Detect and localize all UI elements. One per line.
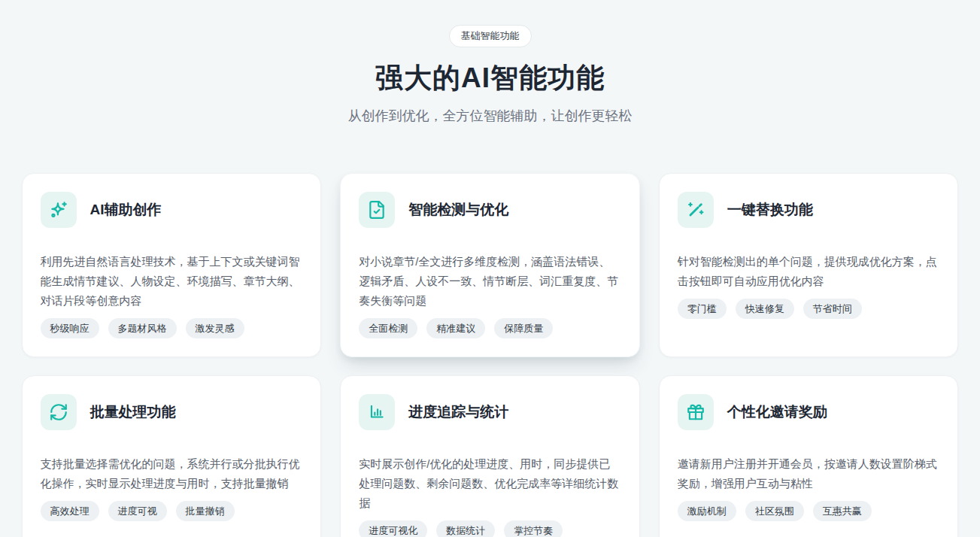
feature-tag: 全面检测 bbox=[359, 318, 417, 338]
feature-tag: 进度可视 bbox=[108, 501, 167, 521]
card-title: 个性化邀请奖励 bbox=[727, 402, 827, 422]
feature-tag: 数据统计 bbox=[436, 520, 495, 537]
features-section: 基础智能功能 强大的AI智能功能 从创作到优化，全方位智能辅助，让创作更轻松 A… bbox=[0, 0, 980, 537]
card-description: 邀请新用户注册并开通会员，按邀请人数设置阶梯式奖励，增强用户互动与粘性 bbox=[678, 454, 940, 493]
card-title: AI辅助创作 bbox=[90, 200, 162, 220]
feature-tag: 节省时间 bbox=[803, 299, 862, 319]
feature-card-progress-tracking[interactable]: 进度追踪与统计 实时展示创作/优化的处理进度、用时，同步提供已处理问题数、剩余问… bbox=[340, 375, 640, 537]
section-badge: 基础智能功能 bbox=[449, 25, 532, 47]
card-tags: 全面检测 精准建议 保障质量 bbox=[359, 318, 621, 338]
card-tags: 零门槛 快速修复 节省时间 bbox=[678, 299, 940, 319]
card-tags: 激励机制 社区氛围 互惠共赢 bbox=[678, 501, 940, 521]
feature-tag: 多题材风格 bbox=[108, 318, 177, 338]
card-title: 智能检测与优化 bbox=[408, 200, 508, 220]
gift-icon bbox=[678, 394, 714, 430]
feature-tag: 精准建议 bbox=[426, 318, 485, 338]
feature-tag: 激发灵感 bbox=[186, 318, 244, 338]
card-description: 针对智能检测出的单个问题，提供现成优化方案，点击按钮即可自动应用优化内容 bbox=[678, 252, 940, 291]
card-title: 批量处理功能 bbox=[90, 402, 176, 422]
card-title: 一键替换功能 bbox=[727, 200, 813, 220]
card-title: 进度追踪与统计 bbox=[408, 402, 508, 422]
feature-tag: 进度可视化 bbox=[359, 520, 427, 537]
bar-chart-icon bbox=[359, 394, 395, 430]
card-description: 利用先进自然语言处理技术，基于上下文或关键词智能生成情节建议、人物设定、环境描写… bbox=[41, 252, 303, 311]
feature-tag: 掌控节奏 bbox=[504, 520, 563, 537]
card-header: 进度追踪与统计 bbox=[359, 394, 621, 430]
card-header: 批量处理功能 bbox=[41, 394, 303, 430]
feature-tag: 秒级响应 bbox=[41, 318, 99, 338]
feature-tag: 激励机制 bbox=[678, 501, 736, 521]
card-tags: 秒级响应 多题材风格 激发灵感 bbox=[41, 318, 303, 338]
card-description: 支持批量选择需优化的问题，系统并行或分批执行优化操作，实时显示处理进度与用时，支… bbox=[41, 454, 303, 493]
feature-card-one-click-replace[interactable]: 一键替换功能 针对智能检测出的单个问题，提供现成优化方案，点击按钮即可自动应用优… bbox=[659, 173, 959, 357]
file-check-icon bbox=[359, 192, 395, 228]
card-header: 一键替换功能 bbox=[678, 192, 940, 228]
feature-tag: 高效处理 bbox=[41, 501, 99, 521]
section-subtitle: 从创作到优化，全方位智能辅助，让创作更轻松 bbox=[0, 107, 980, 125]
card-header: 智能检测与优化 bbox=[359, 192, 621, 228]
feature-card-ai-writing[interactable]: AI辅助创作 利用先进自然语言处理技术，基于上下文或关键词智能生成情节建议、人物… bbox=[22, 173, 322, 357]
feature-tag: 快速修复 bbox=[736, 299, 794, 319]
feature-tag: 批量撤销 bbox=[176, 501, 235, 521]
refresh-icon bbox=[41, 394, 77, 430]
card-description: 实时展示创作/优化的处理进度、用时，同步提供已处理问题数、剩余问题数、优化完成率… bbox=[359, 454, 621, 513]
card-header: AI辅助创作 bbox=[41, 192, 303, 228]
sparkles-icon bbox=[41, 192, 77, 228]
feature-tag: 保障质量 bbox=[494, 318, 553, 338]
card-tags: 高效处理 进度可视 批量撤销 bbox=[41, 501, 303, 521]
features-grid: AI辅助创作 利用先进自然语言处理技术，基于上下文或关键词智能生成情节建议、人物… bbox=[22, 173, 959, 537]
feature-tag: 零门槛 bbox=[678, 299, 727, 319]
feature-card-smart-detection[interactable]: 智能检测与优化 对小说章节/全文进行多维度检测，涵盖语法错误、逻辑矛盾、人设不一… bbox=[340, 173, 640, 357]
card-header: 个性化邀请奖励 bbox=[678, 394, 940, 430]
feature-tag: 社区氛围 bbox=[745, 501, 804, 521]
feature-card-invite-rewards[interactable]: 个性化邀请奖励 邀请新用户注册并开通会员，按邀请人数设置阶梯式奖励，增强用户互动… bbox=[659, 375, 959, 537]
card-description: 对小说章节/全文进行多维度检测，涵盖语法错误、逻辑矛盾、人设不一致、情节断层、词… bbox=[359, 252, 621, 311]
card-tags: 进度可视化 数据统计 掌控节奏 bbox=[359, 520, 621, 537]
magic-wand-icon bbox=[678, 192, 714, 228]
section-header: 基础智能功能 强大的AI智能功能 从创作到优化，全方位智能辅助，让创作更轻松 bbox=[0, 25, 980, 125]
feature-tag: 互惠共赢 bbox=[813, 501, 872, 521]
feature-card-batch-processing[interactable]: 批量处理功能 支持批量选择需优化的问题，系统并行或分批执行优化操作，实时显示处理… bbox=[22, 375, 322, 537]
section-title: 强大的AI智能功能 bbox=[0, 59, 980, 97]
